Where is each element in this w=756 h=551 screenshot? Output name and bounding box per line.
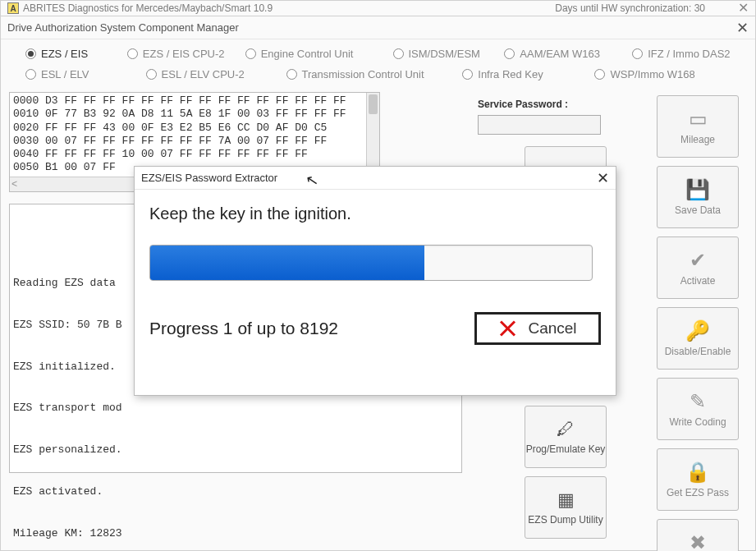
child-titlebar: Drive Authorization System Component Man… (1, 16, 755, 39)
progress-fill (150, 246, 424, 280)
dialog-message: Keep the key in the ignition. (149, 204, 601, 223)
save-icon: 💾 (685, 178, 710, 201)
progress-bar (149, 245, 593, 281)
service-password-label: Service Password : (478, 99, 629, 110)
child-title: Drive Authorization System Component Man… (7, 21, 239, 34)
radio-ezs-eis[interactable]: EZS / EIS (25, 48, 111, 60)
cancel-button[interactable]: Cancel (474, 312, 601, 345)
radio-infra-red-key[interactable]: Infra Red Key (462, 68, 578, 80)
radio-ifz-immo-das2[interactable]: IFZ / Immo DAS2 (632, 48, 731, 60)
component-radios: EZS / EIS EZS / EIS CPU-2 Engine Control… (1, 39, 755, 92)
password-extractor-dialog: EZS/EIS Password Extractor ✕ Keep the ke… (134, 166, 616, 396)
dialog-title: EZS/EIS Password Extractor (141, 172, 277, 184)
close-icon[interactable]: ✕ (597, 169, 609, 187)
sync-status: Days until HW synchronization: 30 (555, 2, 705, 14)
close-button[interactable]: ✖Close (657, 519, 739, 551)
close-icon[interactable]: ✕ (736, 19, 749, 37)
progress-text: Progress 1 of up to 8192 (149, 319, 338, 338)
radio-esl-elv-cpu2[interactable]: ESL / ELV CPU-2 (146, 68, 270, 80)
ezs-dump-utility-button[interactable]: ▦ EZS Dump Utility (525, 476, 607, 539)
radio-aam-eam[interactable]: AAM/EAM W163 (504, 48, 616, 60)
close-icon: ✖ (690, 531, 706, 551)
radio-transmission[interactable]: Transmission Control Unit (286, 68, 447, 80)
app-title: ABRITES Diagnostics for Mercedes/Maybach… (23, 2, 273, 14)
radio-esl-elv[interactable]: ESL / ELV (25, 68, 130, 80)
radio-engine-control[interactable]: Engine Control Unit (245, 48, 377, 60)
mileage-button[interactable]: ▭Mileage (657, 95, 739, 158)
chip-icon: ▦ (557, 489, 575, 511)
hex-content: 0000 D3 FF FF FF FF FF FF FF FF FF FF FF… (10, 93, 379, 177)
service-password-input[interactable] (478, 115, 601, 135)
activate-button[interactable]: ✔Activate (657, 236, 739, 299)
radio-wsp-immo[interactable]: WSP/Immo W168 (594, 68, 731, 80)
close-icon[interactable]: ✕ (738, 2, 749, 15)
gauge-icon: ▭ (689, 108, 708, 131)
pencil-icon: ✎ (690, 390, 706, 413)
app-titlebar: A ABRITES Diagnostics for Mercedes/Mayba… (1, 1, 755, 16)
prog-emulate-key-button[interactable]: 🖊 Prog/Emulate Key (525, 406, 607, 468)
write-coding-button[interactable]: ✎Write Coding (657, 378, 739, 440)
get-ezs-pass-button[interactable]: 🔒Get EZS Pass (657, 448, 739, 511)
disable-enable-button[interactable]: 🔑Disable/Enable (657, 307, 739, 370)
wrench-icon: 🖊 (557, 419, 575, 440)
radio-ism-dsm-esm[interactable]: ISM/DSM/ESM (393, 48, 488, 60)
cancel-x-icon (498, 319, 516, 337)
save-data-button[interactable]: 💾Save Data (657, 166, 739, 228)
check-icon: ✔ (690, 249, 706, 272)
radio-ezs-eis-cpu2[interactable]: EZS / EIS CPU-2 (127, 48, 229, 60)
lock-icon: 🔒 (685, 461, 710, 484)
hex-vertical-scrollbar[interactable] (366, 93, 379, 177)
key-icon: 🔑 (685, 319, 710, 342)
app-window: A ABRITES Diagnostics for Mercedes/Mayba… (0, 0, 756, 551)
app-icon: A (7, 2, 19, 14)
